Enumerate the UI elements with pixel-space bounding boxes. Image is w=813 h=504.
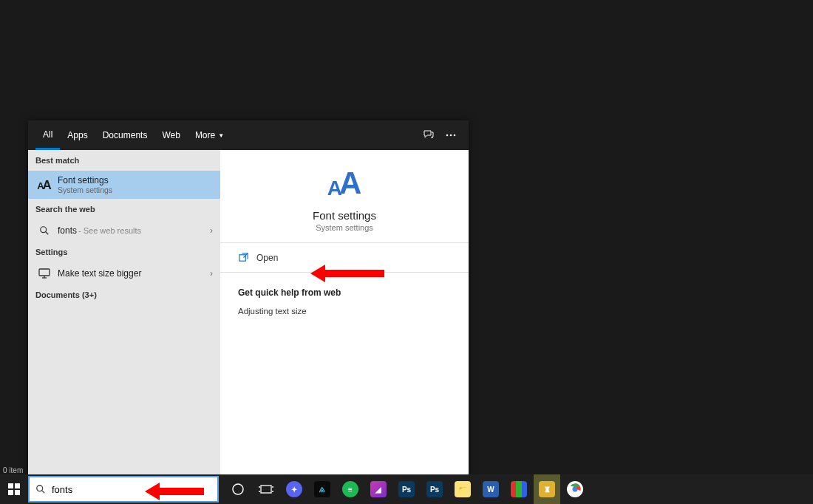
feedback-icon[interactable] [423,129,435,141]
svg-point-1 [450,134,452,137]
svg-line-4 [46,232,49,235]
svg-rect-11 [15,483,20,488]
chevron-right-icon: › [210,225,213,236]
svg-rect-13 [15,490,20,495]
more-options-icon[interactable] [445,129,457,141]
start-button[interactable] [0,474,28,504]
task-view-icon[interactable] [253,474,279,504]
svg-rect-10 [8,483,13,488]
result-subtitle: System settings [58,185,213,194]
chevron-right-icon: › [210,268,213,279]
section-search-web: Search the web [28,199,220,219]
result-font-settings[interactable]: AA Font settings System settings [28,171,220,199]
result-text-size[interactable]: Make text size bigger › [28,262,220,285]
preview-title: Font settings [313,209,376,222]
status-text: 0 item [3,466,23,474]
cortana-icon[interactable] [225,474,251,504]
taskbar-app-file-explorer[interactable]: 📁 [449,474,476,504]
svg-rect-12 [8,490,13,495]
svg-point-2 [454,134,456,137]
open-action[interactable]: Open [220,243,469,273]
svg-line-15 [42,491,45,494]
tab-more[interactable]: More ▼ [188,120,231,150]
section-documents: Documents (3+) [28,285,220,305]
taskbar-search-input[interactable] [52,484,211,495]
tab-web[interactable]: Web [154,120,187,150]
taskbar-app-colors[interactable] [506,474,532,504]
tab-apps[interactable]: Apps [60,120,95,150]
taskbar-app-overlay[interactable]: ♜ [534,474,560,504]
results-list: Best match AA Font settings System setti… [28,150,220,475]
search-tabs-bar: All Apps Documents Web More ▼ [28,120,469,150]
section-settings: Settings [28,242,220,262]
taskbar-app-photoshop-1[interactable]: Ps [393,474,420,504]
section-best-match: Best match [28,150,220,171]
font-settings-large-icon: AA [327,168,362,199]
search-icon [35,225,53,236]
windows-search-panel: All Apps Documents Web More ▼ Best match [28,120,469,475]
monitor-icon [35,268,53,279]
result-title: Font settings [58,175,213,185]
taskbar: ✦ ⩓ ≡ ◢ Ps Ps 📁 W ♜ [0,474,813,504]
taskbar-app-predator[interactable]: ⩓ [309,474,336,504]
taskbar-app-discord[interactable]: ✦ [281,474,307,504]
svg-point-3 [41,227,47,233]
tab-more-label: More [195,130,215,140]
result-web-fonts[interactable]: fonts - See web results › [28,219,220,242]
taskbar-app-affinity[interactable]: ◢ [365,474,392,504]
web-suffix-text: - See web results [78,226,141,235]
open-label: Open [256,253,278,263]
svg-rect-8 [239,255,245,261]
chevron-down-icon: ▼ [218,132,224,139]
web-query-text: fonts [58,225,77,236]
svg-point-0 [446,134,449,137]
taskbar-icons: ✦ ⩓ ≡ ◢ Ps Ps 📁 W ♜ [225,474,588,504]
svg-rect-5 [39,269,50,276]
font-settings-icon: AA [35,179,53,191]
svg-point-14 [37,486,43,491]
tab-documents[interactable]: Documents [95,120,155,150]
help-header: Get quick help from web [238,287,451,298]
preview-subtitle: System settings [316,223,373,232]
taskbar-app-chrome[interactable] [562,474,588,504]
settings-item-title: Make text size bigger [58,268,210,279]
svg-rect-17 [261,486,271,493]
svg-point-16 [233,484,243,494]
taskbar-search-box[interactable] [28,476,219,503]
taskbar-app-word[interactable]: W [477,474,504,504]
taskbar-app-photoshop-2[interactable]: Ps [421,474,448,504]
tab-all[interactable]: All [35,120,60,150]
search-icon [35,484,46,494]
result-preview-panel: AA Font settings System settings Open Ge… [220,150,469,475]
open-icon [238,252,249,263]
help-item-text-size[interactable]: Adjusting text size [238,307,451,316]
taskbar-app-spotify[interactable]: ≡ [337,474,364,504]
